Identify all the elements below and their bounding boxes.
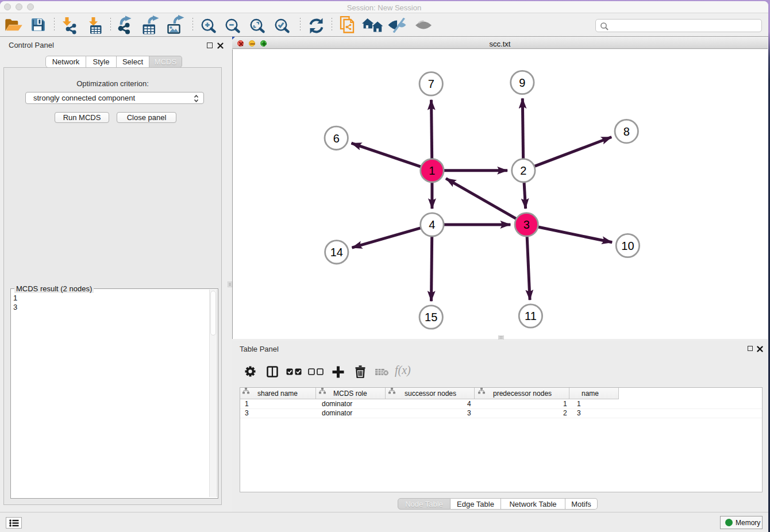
svg-text:3: 3 (523, 218, 530, 231)
svg-text:2: 2 (520, 164, 526, 177)
svg-text:8: 8 (623, 125, 630, 138)
svg-text:11: 11 (525, 310, 537, 322)
svg-text:15: 15 (425, 311, 437, 323)
svg-text:4: 4 (429, 218, 435, 231)
svg-text:1: 1 (429, 164, 435, 177)
svg-text:6: 6 (333, 132, 340, 145)
svg-text:10: 10 (621, 240, 634, 252)
svg-text:9: 9 (519, 76, 525, 89)
svg-text:7: 7 (428, 78, 434, 90)
svg-text:14: 14 (330, 246, 343, 259)
